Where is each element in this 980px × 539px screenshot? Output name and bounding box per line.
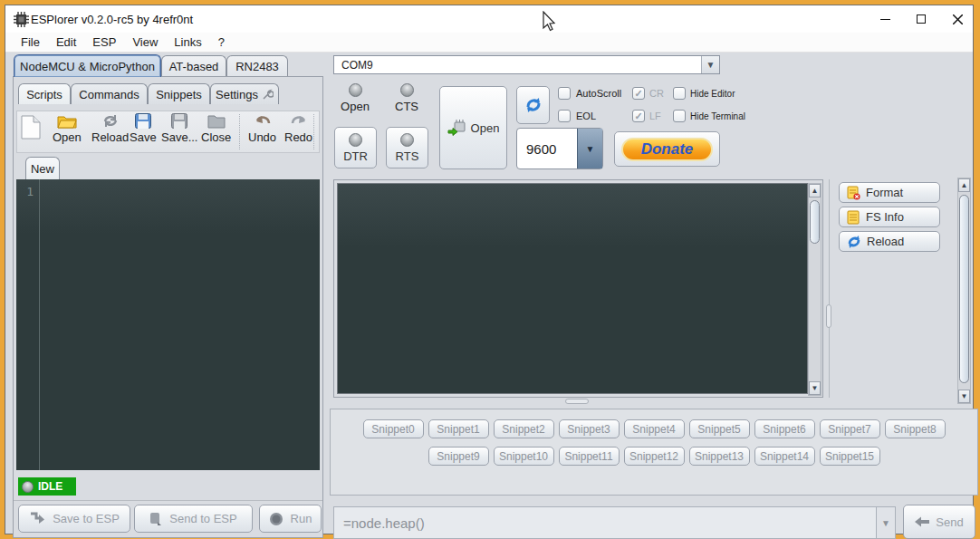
snippet4-button[interactable]: Snippet4 [624,419,685,438]
run-button[interactable]: Run [259,505,322,533]
rts-button[interactable]: RTS [386,127,428,168]
tab-commands[interactable]: Commands [71,83,148,104]
refresh-icon [524,96,543,114]
right-panel-scrollbar-thumb[interactable] [959,195,969,383]
menu-esp[interactable]: ESP [84,34,124,51]
autoscroll-checkbox[interactable]: AutoScroll [558,87,621,100]
menu-help[interactable]: ? [210,34,233,51]
cts-led-icon [400,83,414,97]
terminal-scroll-down-icon[interactable]: ▼ [809,381,821,395]
minimize-button[interactable] [870,5,900,33]
snippet0-button[interactable]: Snippet0 [363,419,424,438]
redo-button[interactable]: Redo [284,113,312,144]
tab-scripts[interactable]: Scripts [18,83,71,104]
hide-editor-checkbox[interactable]: Hide Editor [673,87,735,100]
reload-file-button[interactable]: Reload [91,113,129,144]
snippet10-button[interactable]: Snippet10 [494,447,554,466]
cts-led-indicator[interactable]: CTS [386,83,428,113]
snippet14-button[interactable]: Snippet14 [754,447,815,466]
reload-fs-button[interactable]: Reload [839,231,940,252]
lf-checkbox-box[interactable]: ✓ [632,110,645,122]
tab-at-based[interactable]: AT-based [161,55,226,77]
title-bar[interactable]: ESPlorer v0.2.0-rc5 by 4refr0nt [5,5,973,33]
serial-port-select[interactable]: COM9 ▼ [333,55,720,74]
window-title: ESPlorer v0.2.0-rc5 by 4refr0nt [31,13,193,26]
right-panel-scroll-down-icon[interactable]: ▼ [958,390,970,403]
right-panel-scroll-up-icon[interactable]: ▲ [958,178,970,192]
menu-bar: File Edit ESP View Links ? [5,33,973,53]
undo-button[interactable]: Undo [248,113,276,144]
editor-tab-new[interactable]: New [25,157,60,179]
close-folder-icon [207,113,226,129]
fs-info-button[interactable]: FS Info [839,207,940,227]
right-splitter-handle[interactable] [826,304,831,328]
new-file-button[interactable] [21,115,41,140]
snippet-row-2: Snippet9 Snippet10 Snippet11 Snippet12 S… [331,447,977,466]
snippet13-button[interactable]: Snippet13 [689,447,750,466]
hide-terminal-checkbox[interactable]: Hide Terminal [673,110,745,122]
terminal-scrollbar-thumb[interactable] [810,200,820,244]
send-to-esp-button[interactable]: Send to ESP [134,505,253,533]
dtr-button[interactable]: DTR [334,127,377,168]
format-button[interactable]: Format [839,182,940,203]
command-input[interactable]: =node.heap() ▼ [333,506,896,539]
tab-settings[interactable]: Settings [210,83,279,104]
save-to-esp-icon [29,512,45,525]
save-icon [135,113,151,129]
eol-checkbox-box[interactable] [558,110,571,122]
open-button[interactable]: Open [53,113,82,144]
right-panel-scrollbar[interactable]: ▲ ▼ [957,178,971,404]
menu-links[interactable]: Links [166,34,209,51]
baud-rate-value: 9600 [526,141,556,157]
save-as-button[interactable]: Save... [161,113,197,144]
menu-file[interactable]: File [13,34,48,51]
snippet7-button[interactable]: Snippet7 [820,419,880,438]
close-button[interactable] [942,5,973,33]
save-button[interactable]: Save [130,113,157,144]
terminal-scroll-up-icon[interactable]: ▲ [809,184,821,197]
snippet1-button[interactable]: Snippet1 [428,419,489,438]
port-dropdown-arrow-icon[interactable]: ▼ [701,56,719,73]
tab-rn2483[interactable]: RN2483 [226,55,288,77]
close-file-button[interactable]: Close [201,113,231,144]
terminal-splitter-handle[interactable] [565,399,589,404]
terminal-output[interactable] [337,183,808,394]
tab-snippets[interactable]: Snippets [148,83,210,104]
snippet8-button[interactable]: Snippet8 [885,419,946,438]
snippet15-button[interactable]: Snippet15 [820,447,880,466]
snippet6-button[interactable]: Snippet6 [754,419,815,438]
cr-checkbox-box[interactable]: ✓ [632,87,645,100]
lf-checkbox[interactable]: ✓ LF [632,110,661,122]
send-button[interactable]: Send [903,505,975,539]
wrench-icon [262,89,274,101]
cr-checkbox[interactable]: ✓ CR [632,87,664,100]
hide-editor-checkbox-box[interactable] [673,87,686,100]
baud-dropdown-arrow-icon[interactable]: ▼ [577,129,602,168]
tab-nodemcu-micropython[interactable]: NodeMCU & MicroPython [14,54,161,77]
autoscroll-checkbox-box[interactable] [558,87,571,100]
window-frame: ESPlorer v0.2.0-rc5 by 4refr0nt File Edi… [5,5,974,534]
snippet12-button[interactable]: Snippet12 [624,447,685,466]
connect-open-button[interactable]: Open [439,86,507,169]
code-editor[interactable]: 1 [16,179,320,470]
donate-button[interactable]: Donate [614,131,720,167]
refresh-ports-button[interactable] [516,86,550,124]
menu-view[interactable]: View [124,34,166,51]
send-to-esp-icon [149,512,162,526]
maximize-button[interactable] [906,5,937,33]
command-history-arrow-icon[interactable]: ▼ [876,507,895,538]
baud-rate-select[interactable]: 9600 ▼ [516,128,603,169]
hide-terminal-checkbox-box[interactable] [673,110,686,122]
terminal-scrollbar[interactable]: ▲ ▼ [808,183,821,396]
open-led-indicator[interactable]: Open [334,83,376,113]
snippet11-button[interactable]: Snippet11 [559,447,620,466]
fs-info-icon [847,210,860,225]
menu-edit[interactable]: Edit [48,34,84,51]
snippet9-button[interactable]: Snippet9 [428,447,489,466]
eol-checkbox[interactable]: EOL [558,110,596,122]
snippet3-button[interactable]: Snippet3 [559,419,620,438]
reload-file-icon [101,113,120,129]
snippet5-button[interactable]: Snippet5 [689,419,750,438]
save-to-esp-button[interactable]: Save to ESP [18,505,130,533]
snippet2-button[interactable]: Snippet2 [494,419,554,438]
